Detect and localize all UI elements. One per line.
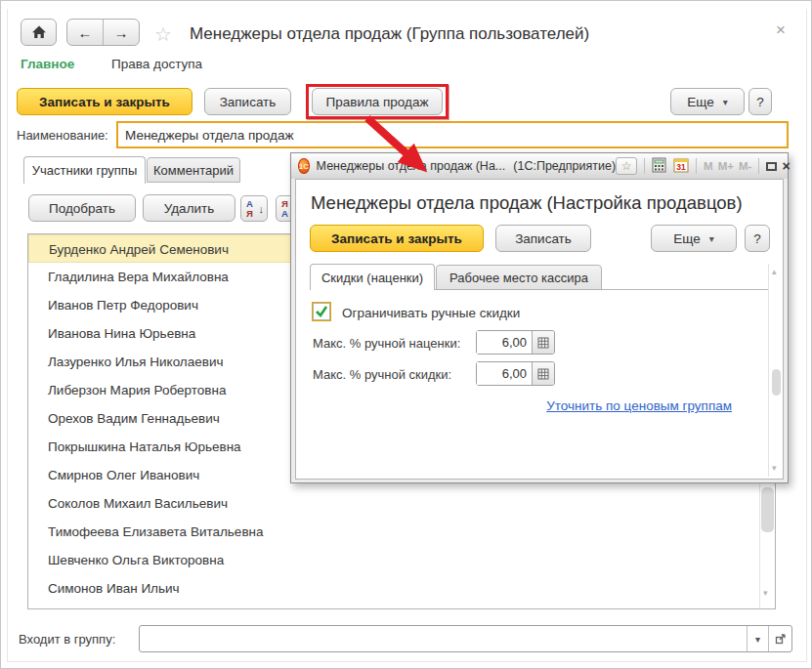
dialog-content: Менеджеры отдела продаж (Настройка прода…: [295, 179, 784, 480]
calculator-icon: [537, 337, 549, 349]
refine-by-price-groups-link[interactable]: Уточнить по ценовым группам: [546, 398, 732, 413]
dialog-save-close-button[interactable]: Записать и закрыть: [310, 225, 484, 252]
annotation-arrow: [328, 110, 475, 193]
max-discount-calc-button[interactable]: [532, 362, 554, 385]
calculator-icon: [537, 368, 549, 380]
close-icon: ×: [782, 158, 790, 174]
help-button[interactable]: ?: [748, 88, 772, 115]
memory-recall-button[interactable]: M: [704, 160, 713, 172]
open-form-icon: [775, 633, 787, 645]
section-main[interactable]: Главное: [21, 57, 74, 71]
list-item[interactable]: Симонов Иван Ильич: [28, 574, 775, 603]
restrict-discounts-checkbox[interactable]: [313, 303, 330, 320]
max-markup-field: [476, 330, 555, 355]
window-frame-left: [7, 9, 8, 661]
save-button[interactable]: Записать: [204, 88, 291, 115]
max-discount-input[interactable]: [477, 362, 532, 385]
maximize-button[interactable]: [766, 162, 777, 171]
checkmark-icon: [314, 304, 329, 319]
memory-subtract-button[interactable]: M-: [739, 160, 751, 172]
home-button[interactable]: [21, 19, 57, 46]
dialog-scrollbar-thumb[interactable]: [772, 369, 781, 396]
chevron-down-icon: ▾: [723, 97, 728, 107]
home-icon: [31, 25, 47, 39]
1c-logo-icon: 1С: [298, 158, 310, 174]
remove-member-button[interactable]: Удалить: [143, 194, 235, 222]
parent-group-open-button[interactable]: [769, 626, 791, 651]
parent-group-input[interactable]: [140, 626, 747, 651]
section-access-rights[interactable]: Права доступа: [111, 57, 202, 71]
tab-cashier-workplace[interactable]: Рабочее место кассира: [436, 265, 602, 290]
parent-group-field: ▾: [139, 625, 792, 652]
back-button[interactable]: ←: [67, 24, 103, 41]
restrict-discounts-label: Ограничивать ручные скидки: [342, 306, 520, 320]
tab-group-members[interactable]: Участники группы: [23, 156, 146, 184]
more-label: Еще: [687, 95, 713, 109]
calendar-icon: 31: [673, 157, 689, 173]
max-markup-input[interactable]: [477, 331, 532, 354]
max-discount-field: [476, 361, 555, 386]
parent-group-label: Входит в группу:: [19, 632, 115, 647]
dialog-scrollbar-track: [768, 264, 769, 477]
more-button[interactable]: Еще ▾: [670, 88, 745, 115]
calendar-button[interactable]: 31: [673, 157, 689, 176]
parent-group-dropdown-button[interactable]: ▾: [748, 626, 768, 651]
tab-comment[interactable]: Комментарий: [147, 157, 240, 183]
seller-settings-dialog: 1С Менеджеры отдела продаж (На... (1С:Пр…: [290, 152, 789, 483]
window-close-button[interactable]: ×: [776, 21, 786, 40]
page-title: Менеджеры отдела продаж (Группа пользова…: [190, 24, 589, 44]
max-discount-label: Макс. % ручной скидки:: [313, 367, 451, 382]
chevron-down-icon: ▾: [755, 634, 760, 645]
dialog-heading: Менеджеры отдела продаж (Настройка прода…: [311, 192, 743, 214]
dialog-app-name: (1С:Предприятие): [513, 159, 616, 173]
calculator-icon: [652, 157, 668, 173]
star-icon: ☆: [621, 159, 632, 173]
window-frame-bottom: [7, 661, 807, 662]
forward-button[interactable]: →: [104, 24, 139, 41]
dialog-close-button[interactable]: ×: [782, 158, 790, 174]
dialog-more-button[interactable]: Еще ▾: [651, 225, 737, 252]
window-frame-right: [806, 9, 807, 661]
history-nav-group: ← →: [66, 19, 140, 46]
scroll-down-icon[interactable]: ▾: [763, 589, 768, 598]
sort-down-arrow-icon: ↓: [259, 203, 265, 215]
chevron-down-icon: ▾: [709, 233, 714, 244]
dialog-favorites-button[interactable]: ☆: [616, 157, 637, 175]
save-close-button[interactable]: Записать и закрыть: [17, 88, 192, 115]
list-item[interactable]: Соколов Михаил Васильевич: [28, 489, 775, 518]
calculator-button[interactable]: [652, 157, 668, 176]
pick-members-button[interactable]: Подобрать: [28, 194, 136, 222]
memory-add-button[interactable]: M+: [718, 160, 734, 172]
close-icon: ×: [776, 21, 786, 39]
list-item[interactable]: Шевченко Ольга Викторовна: [28, 546, 775, 574]
sort-ascending-button[interactable]: АЯ ↓: [240, 195, 268, 222]
max-markup-label: Макс. % ручной наценки:: [313, 336, 460, 351]
back-icon: ←: [78, 24, 93, 41]
svg-text:31: 31: [676, 162, 686, 172]
name-field-label: Наименование:: [17, 128, 108, 143]
tab-discounts[interactable]: Скидки (наценки): [310, 264, 435, 290]
favorites-star-icon[interactable]: ☆: [154, 22, 172, 46]
forward-icon: →: [113, 24, 128, 41]
scroll-down-icon[interactable]: ▾: [772, 464, 777, 473]
dialog-help-button[interactable]: ?: [745, 225, 770, 252]
more-label: Еще: [673, 231, 700, 246]
list-scrollbar-thumb[interactable]: [761, 487, 774, 532]
scroll-up-icon[interactable]: ▴: [772, 268, 777, 276]
max-markup-calc-button[interactable]: [532, 331, 554, 354]
list-item[interactable]: Тимофеева Елизавета Витальевна: [28, 518, 775, 546]
app-window: ← → ☆ Менеджеры отдела продаж (Группа по…: [0, 0, 812, 669]
dialog-save-button[interactable]: Записать: [495, 225, 591, 252]
